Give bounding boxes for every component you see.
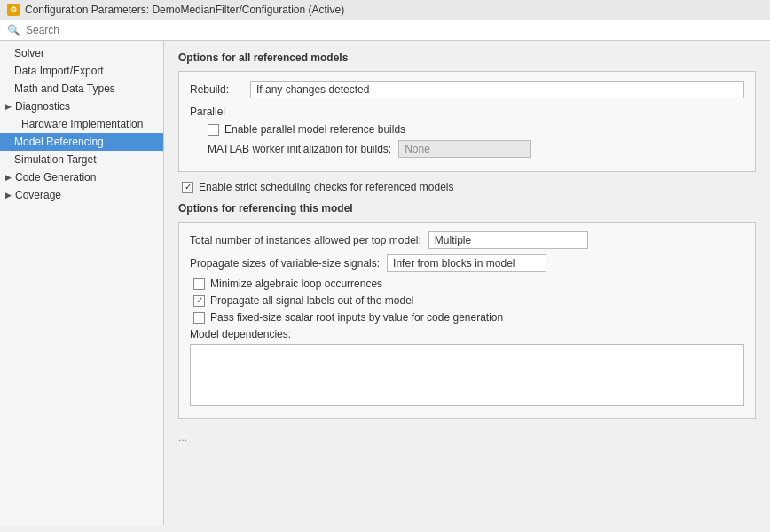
diagnostics-arrow: ▶ xyxy=(5,102,12,111)
sidebar-item-coverage-label: Coverage xyxy=(15,189,61,201)
strict-scheduling-row[interactable]: Enable strict scheduling checks for refe… xyxy=(178,181,756,193)
sidebar-item-code-generation-label: Code Generation xyxy=(15,171,96,184)
rebuild-value: If any changes detected xyxy=(250,81,744,98)
sidebar-item-simulation-target[interactable]: Simulation Target xyxy=(0,151,163,168)
minimize-algebraic-label: Minimize algebraic loop occurrences xyxy=(210,278,382,290)
app-icon: ⚙ xyxy=(7,4,20,16)
model-dependencies-textarea[interactable] xyxy=(190,344,744,406)
sidebar-item-math-data-types[interactable]: Math and Data Types xyxy=(0,80,163,98)
enable-parallel-row[interactable]: Enable parallel model reference builds xyxy=(190,123,744,136)
search-bar: 🔍 xyxy=(0,20,770,41)
search-icon: 🔍 xyxy=(7,24,20,36)
minimize-algebraic-checkbox[interactable] xyxy=(193,278,205,290)
coverage-arrow: ▶ xyxy=(5,191,12,200)
referencing-this-model-box: Total number of instances allowed per to… xyxy=(178,222,756,419)
title-bar: ⚙ Configuration Parameters: DemoMedianFi… xyxy=(0,0,770,20)
total-instances-value[interactable]: Multiple xyxy=(428,231,588,249)
propagate-labels-label: Propagate all signal labels out of the m… xyxy=(210,294,413,307)
window-title: Configuration Parameters: DemoMedianFilt… xyxy=(25,4,344,16)
all-referenced-models-title: Options for all referenced models xyxy=(178,51,756,64)
sidebar-item-data-import-export[interactable]: Data Import/Export xyxy=(0,62,163,80)
parallel-title: Parallel xyxy=(190,106,744,118)
propagate-labels-checkbox[interactable] xyxy=(193,295,205,307)
propagate-sizes-row: Propagate sizes of variable-size signals… xyxy=(190,254,744,272)
propagate-sizes-value[interactable]: Infer from blocks in model xyxy=(387,254,546,272)
search-input[interactable] xyxy=(26,24,763,36)
content-area: Options for all referenced models Rebuil… xyxy=(164,41,770,525)
total-instances-row: Total number of instances allowed per to… xyxy=(190,231,744,249)
main-container: Solver Data Import/Export Math and Data … xyxy=(0,41,770,525)
sidebar-item-hardware-implementation[interactable]: Hardware Implementation xyxy=(0,115,163,133)
sidebar-item-coverage[interactable]: ▶ Coverage xyxy=(0,186,163,204)
worker-init-label: MATLAB worker initialization for builds: xyxy=(208,143,391,155)
worker-init-row: MATLAB worker initialization for builds:… xyxy=(190,140,744,158)
propagate-sizes-label: Propagate sizes of variable-size signals… xyxy=(190,257,380,270)
total-instances-label: Total number of instances allowed per to… xyxy=(190,234,421,246)
propagate-labels-row[interactable]: Propagate all signal labels out of the m… xyxy=(190,294,744,307)
rebuild-row: Rebuild: If any changes detected xyxy=(190,81,744,98)
referencing-this-model-title: Options for referencing this model xyxy=(178,202,756,215)
sidebar: Solver Data Import/Export Math and Data … xyxy=(0,41,164,525)
strict-scheduling-checkbox[interactable] xyxy=(182,182,193,193)
ellipsis-indicator: ... xyxy=(178,427,756,447)
model-dependencies-label: Model dependencies: xyxy=(190,328,744,340)
worker-init-value: None xyxy=(398,140,531,158)
enable-parallel-checkbox[interactable] xyxy=(208,124,219,136)
minimize-algebraic-row[interactable]: Minimize algebraic loop occurrences xyxy=(190,278,744,290)
sidebar-item-diagnostics-label: Diagnostics xyxy=(15,100,70,113)
strict-scheduling-label: Enable strict scheduling checks for refe… xyxy=(199,181,453,193)
model-dependencies-section: Model dependencies: xyxy=(190,328,744,409)
sidebar-item-diagnostics[interactable]: ▶ Diagnostics xyxy=(0,98,163,115)
code-generation-arrow: ▶ xyxy=(5,173,12,182)
sidebar-item-model-referencing[interactable]: Model Referencing xyxy=(0,133,163,151)
pass-fixed-size-label: Pass fixed-size scalar root inputs by va… xyxy=(210,311,503,324)
pass-fixed-size-checkbox[interactable] xyxy=(193,312,205,324)
sidebar-item-solver[interactable]: Solver xyxy=(0,44,163,62)
pass-fixed-size-row[interactable]: Pass fixed-size scalar root inputs by va… xyxy=(190,311,744,324)
all-referenced-models-box: Rebuild: If any changes detected Paralle… xyxy=(178,71,756,172)
enable-parallel-label: Enable parallel model reference builds xyxy=(224,123,405,136)
sidebar-item-code-generation[interactable]: ▶ Code Generation xyxy=(0,168,163,186)
rebuild-label: Rebuild: xyxy=(190,83,243,96)
